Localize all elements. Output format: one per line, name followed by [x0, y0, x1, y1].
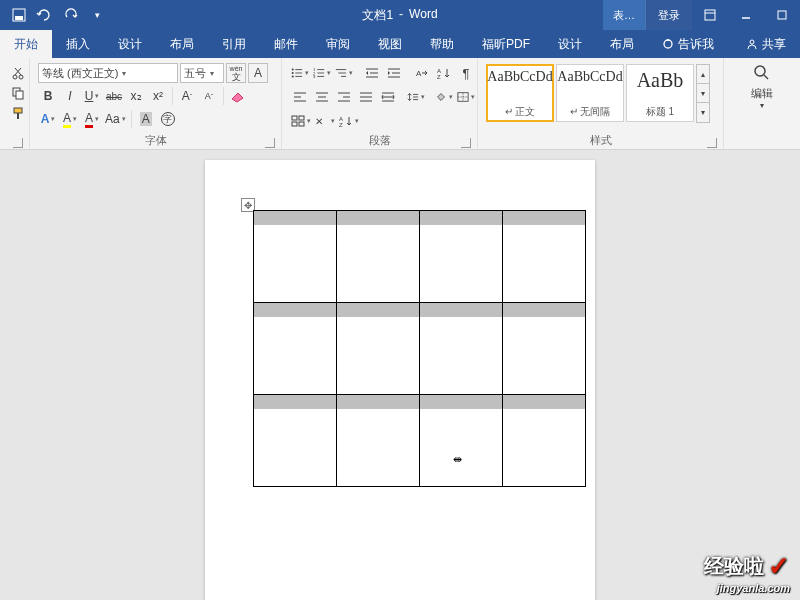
svg-text:Z: Z	[339, 122, 343, 127]
tab-mailings[interactable]: 邮件	[260, 30, 312, 58]
tab-table-design[interactable]: 设计	[544, 30, 596, 58]
line-spacing-button[interactable]: ▾	[406, 87, 426, 107]
snap-to-grid-button[interactable]: ▾	[290, 111, 312, 131]
tell-me[interactable]: 告诉我	[648, 30, 728, 58]
style-normal[interactable]: AaBbCcDd ↵ 正文	[486, 64, 554, 122]
align-center-button[interactable]	[312, 87, 332, 107]
share-button[interactable]: 共享	[732, 30, 800, 58]
table-cell[interactable]	[503, 211, 586, 303]
table-row[interactable]	[254, 211, 586, 303]
sort-button[interactable]: AZ	[434, 63, 454, 83]
table-row[interactable]	[254, 303, 586, 395]
styles-dialog-launcher[interactable]	[707, 138, 717, 148]
qat-customize-button[interactable]: ▾	[86, 4, 108, 26]
table-tools-context-tab[interactable]: 表…	[603, 0, 645, 30]
paragraph-dialog-launcher[interactable]	[461, 138, 471, 148]
cut-button[interactable]	[8, 64, 28, 82]
maximize-button[interactable]	[764, 0, 800, 30]
table-cell[interactable]	[420, 395, 503, 487]
document-table[interactable]	[253, 210, 586, 487]
tab-review[interactable]: 审阅	[312, 30, 364, 58]
text-effects-button[interactable]: A▾	[38, 109, 58, 129]
shrink-font-button[interactable]: Aˇ	[199, 86, 219, 106]
ltr-button[interactable]: A	[412, 63, 432, 83]
bold-button[interactable]: B	[38, 86, 58, 106]
font-color-button[interactable]: A▾	[82, 109, 102, 129]
clear-formatting-button[interactable]	[228, 86, 248, 106]
italic-button[interactable]: I	[60, 86, 80, 106]
tab-help[interactable]: 帮助	[416, 30, 468, 58]
font-dialog-launcher[interactable]	[265, 138, 275, 148]
underline-button[interactable]: U▾	[82, 86, 102, 106]
page[interactable]: ✥ ⇼	[205, 160, 595, 600]
char-scaling-button[interactable]: ✕▾	[314, 111, 336, 131]
tab-design[interactable]: 设计	[104, 30, 156, 58]
copy-button[interactable]	[8, 84, 28, 102]
strikethrough-button[interactable]: abc	[104, 86, 124, 106]
enclose-char-button[interactable]: 字	[158, 109, 178, 129]
align-justify-button[interactable]	[356, 87, 376, 107]
format-painter-button[interactable]	[8, 104, 28, 122]
table-cell[interactable]	[254, 395, 337, 487]
shading-button[interactable]: ▾	[434, 87, 454, 107]
superscript-button[interactable]: x²	[148, 86, 168, 106]
sort-button-2[interactable]: AZ▾	[338, 111, 360, 131]
numbering-button[interactable]: 123▾	[312, 63, 332, 83]
grow-font-button[interactable]: Aˆ	[177, 86, 197, 106]
tab-layout[interactable]: 布局	[156, 30, 208, 58]
char-shading-button[interactable]: A	[136, 109, 156, 129]
align-right-button[interactable]	[334, 87, 354, 107]
tab-table-layout[interactable]: 布局	[596, 30, 648, 58]
phonetic-guide-button[interactable]: wén 文	[226, 63, 246, 83]
clipboard-dialog-launcher[interactable]	[13, 138, 23, 148]
change-case-button[interactable]: Aa▾	[104, 109, 127, 129]
style-heading-1[interactable]: AaBb 标题 1	[626, 64, 694, 122]
subscript-button[interactable]: x₂	[126, 86, 146, 106]
document-area[interactable]: ✥ ⇼	[0, 150, 800, 600]
style-no-spacing[interactable]: AaBbCcDd ↵ 无间隔	[556, 64, 624, 122]
font-name-combo[interactable]: 等线 (西文正文)▾	[38, 63, 178, 83]
table-row[interactable]	[254, 395, 586, 487]
show-marks-button[interactable]: ¶	[456, 63, 476, 83]
editing-label[interactable]: 编辑	[751, 86, 773, 101]
gallery-down-icon[interactable]: ▾	[697, 84, 709, 103]
ribbon-display-options[interactable]	[692, 0, 728, 30]
highlight-button[interactable]: A▾	[60, 109, 80, 129]
table-cell[interactable]	[254, 211, 337, 303]
table-cell[interactable]	[254, 303, 337, 395]
app-name: Word	[409, 7, 437, 24]
distribute-button[interactable]	[378, 87, 398, 107]
gallery-up-icon[interactable]: ▴	[697, 65, 709, 84]
table-cell[interactable]	[503, 395, 586, 487]
save-button[interactable]	[8, 4, 30, 26]
table-cell[interactable]	[420, 303, 503, 395]
find-icon[interactable]	[753, 64, 771, 82]
tab-home[interactable]: 开始	[0, 30, 52, 58]
minimize-button[interactable]	[728, 0, 764, 30]
redo-button[interactable]	[60, 4, 82, 26]
table-cell[interactable]	[337, 211, 420, 303]
table-cell[interactable]	[337, 395, 420, 487]
char-border-button[interactable]: A	[248, 63, 268, 83]
tab-foxit-pdf[interactable]: 福昕PDF	[468, 30, 544, 58]
table-cell[interactable]	[420, 211, 503, 303]
column-resize-cursor[interactable]: ⇼	[453, 453, 462, 466]
table-cell[interactable]	[337, 303, 420, 395]
tab-references[interactable]: 引用	[208, 30, 260, 58]
bullets-button[interactable]: ▾	[290, 63, 310, 83]
style-gallery-scroll[interactable]: ▴ ▾ ▾	[696, 64, 710, 123]
login-button[interactable]: 登录	[645, 0, 692, 30]
decrease-indent-button[interactable]	[362, 63, 382, 83]
align-left-button[interactable]	[290, 87, 310, 107]
tab-view[interactable]: 视图	[364, 30, 416, 58]
watermark-url: jingyanla.com	[704, 582, 790, 594]
undo-button[interactable]	[34, 4, 56, 26]
editing-dropdown-icon[interactable]: ▾	[760, 101, 764, 110]
gallery-more-icon[interactable]: ▾	[697, 103, 709, 122]
multilevel-list-button[interactable]: ▾	[334, 63, 354, 83]
increase-indent-button[interactable]	[384, 63, 404, 83]
tab-insert[interactable]: 插入	[52, 30, 104, 58]
table-cell[interactable]	[503, 303, 586, 395]
borders-button[interactable]: ▾	[456, 87, 476, 107]
font-size-combo[interactable]: 五号▾	[180, 63, 224, 83]
